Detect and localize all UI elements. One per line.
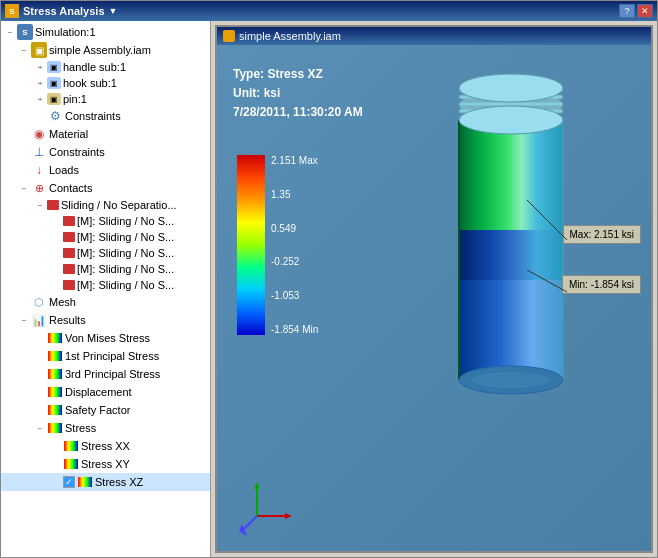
contacts-label: Contacts [49, 182, 92, 194]
expander-sliding[interactable]: − [33, 198, 47, 212]
expander-stress[interactable]: − [33, 421, 47, 435]
displacement-icon [47, 384, 63, 400]
tree-sliding[interactable]: − Sliding / No Separatio... [1, 197, 210, 213]
tree-loads[interactable]: ↓ Loads [1, 161, 210, 179]
tree-safety-factor[interactable]: Safety Factor [1, 401, 210, 419]
results-label: Results [49, 314, 86, 326]
simulation-icon: S [17, 24, 33, 40]
constraints-asm-icon: ⚙ [47, 108, 63, 124]
expander-hook[interactable]: + [33, 76, 47, 90]
tree-contact-1[interactable]: [M]: Sliding / No S... [1, 213, 210, 229]
viewport-content[interactable]: Type: Stress XZ Unit: ksi 7/28/2011, 11:… [217, 45, 651, 551]
constraints-asm-label: Constraints [65, 110, 121, 122]
tree-constraints[interactable]: ⊥ Constraints [1, 143, 210, 161]
tree-stress-xz[interactable]: Stress XZ [1, 473, 210, 491]
callout-max: Max: 2.151 ksi [563, 225, 641, 244]
contact-1-label: [M]: Sliding / No S... [77, 215, 174, 227]
simulation-label: Simulation:1 [35, 26, 96, 38]
tree-contact-4[interactable]: [M]: Sliding / No S... [1, 261, 210, 277]
scale-v1: 1.35 [271, 189, 318, 200]
loads-label: Loads [49, 164, 79, 176]
tree-material[interactable]: ◉ Material [1, 125, 210, 143]
right-panel: simple Assembly.iam Type: Stress XZ Unit… [211, 21, 657, 557]
color-scale-bar [237, 155, 265, 335]
title-dropdown-icon[interactable]: ▼ [109, 6, 118, 16]
contact-2-label: [M]: Sliding / No S... [77, 231, 174, 243]
svg-point-13 [471, 372, 551, 388]
constraints-icon: ⊥ [31, 144, 47, 160]
expander-material[interactable] [17, 127, 31, 141]
stress-xx-label: Stress XX [81, 440, 130, 452]
material-label: Material [49, 128, 88, 140]
tree-contacts[interactable]: − ⊕ Contacts [1, 179, 210, 197]
svg-line-21 [242, 516, 257, 531]
tree-results[interactable]: − 📊 Results [1, 311, 210, 329]
close-button[interactable]: ✕ [637, 4, 653, 18]
viewport-titlebar: simple Assembly.iam [217, 27, 651, 45]
tree-stress-xy[interactable]: Stress XY [1, 455, 210, 473]
pin-icon: ▣ [47, 93, 61, 105]
color-scale: 2.151 Max 1.35 0.549 -0.252 -1.053 -1.85… [237, 155, 265, 355]
svg-rect-9 [459, 280, 563, 380]
principal-3-label: 3rd Principal Stress [65, 368, 160, 380]
von-mises-label: Von Mises Stress [65, 332, 150, 344]
assembly-label: simple Assembly.iam [49, 44, 151, 56]
principal-3-icon [47, 366, 63, 382]
expander-contacts[interactable]: − [17, 181, 31, 195]
tree-pin[interactable]: + ▣ pin:1 [1, 91, 210, 107]
tree-displacement[interactable]: Displacement [1, 383, 210, 401]
handle-icon: ▣ [47, 61, 61, 73]
info-text: Type: Stress XZ Unit: ksi 7/28/2011, 11:… [233, 65, 363, 123]
scale-v4: -1.053 [271, 290, 318, 301]
tree-contact-2[interactable]: [M]: Sliding / No S... [1, 229, 210, 245]
expander-constraints-asm[interactable] [33, 109, 47, 123]
title-bar-right: ? ✕ [619, 4, 653, 18]
expander-simulation[interactable]: − [3, 25, 17, 39]
tree-stress-xx[interactable]: Stress XX [1, 437, 210, 455]
tree-contact-5[interactable]: [M]: Sliding / No S... [1, 277, 210, 293]
tree-principal-3[interactable]: 3rd Principal Stress [1, 365, 210, 383]
hook-icon: ▣ [47, 77, 61, 89]
svg-rect-7 [459, 120, 563, 230]
expander-pin[interactable]: + [33, 92, 47, 106]
tree-simulation[interactable]: − S Simulation:1 [1, 23, 210, 41]
expander-results[interactable]: − [17, 313, 31, 327]
tree-contact-3[interactable]: [M]: Sliding / No S... [1, 245, 210, 261]
sliding-label: Sliding / No Separatio... [61, 199, 177, 211]
scale-labels: 2.151 Max 1.35 0.549 -0.252 -1.053 -1.85… [271, 155, 318, 335]
tree-assembly[interactable]: − ▣ simple Assembly.iam [1, 41, 210, 59]
von-mises-icon [47, 330, 63, 346]
pin-label: pin:1 [63, 93, 87, 105]
expander-handle[interactable]: + [33, 60, 47, 74]
tree-hook[interactable]: + ▣ hook sub:1 [1, 75, 210, 91]
tree-mesh[interactable]: ⬡ Mesh [1, 293, 210, 311]
contact-5-icon [63, 280, 75, 290]
tree-constraints-asm[interactable]: ⚙ Constraints [1, 107, 210, 125]
expander-constraints[interactable] [17, 145, 31, 159]
svg-rect-8 [459, 230, 563, 280]
stress-icon [47, 420, 63, 436]
displacement-label: Displacement [65, 386, 132, 398]
type-label: Type: Stress XZ [233, 65, 363, 84]
svg-point-6 [459, 74, 563, 102]
expander-assembly[interactable]: − [17, 43, 31, 57]
tree-stress[interactable]: − Stress [1, 419, 210, 437]
help-button[interactable]: ? [619, 4, 635, 18]
mesh-icon: ⬡ [31, 294, 47, 310]
expander-loads[interactable] [17, 163, 31, 177]
safety-factor-icon [47, 402, 63, 418]
svg-marker-18 [285, 513, 292, 519]
tree-principal-1[interactable]: 1st Principal Stress [1, 347, 210, 365]
material-icon: ◉ [31, 126, 47, 142]
contact-1-icon [63, 216, 75, 226]
stress-xx-icon [63, 438, 79, 454]
stress-xz-checkbox[interactable] [63, 476, 75, 488]
axis-indicator [237, 481, 287, 531]
tree-von-mises[interactable]: Von Mises Stress [1, 329, 210, 347]
svg-marker-20 [254, 482, 260, 489]
model-3d [421, 50, 601, 470]
unit-label: Unit: ksi [233, 84, 363, 103]
handle-label: handle sub:1 [63, 61, 126, 73]
scale-v3: -0.252 [271, 256, 318, 267]
tree-handle[interactable]: + ▣ handle sub:1 [1, 59, 210, 75]
